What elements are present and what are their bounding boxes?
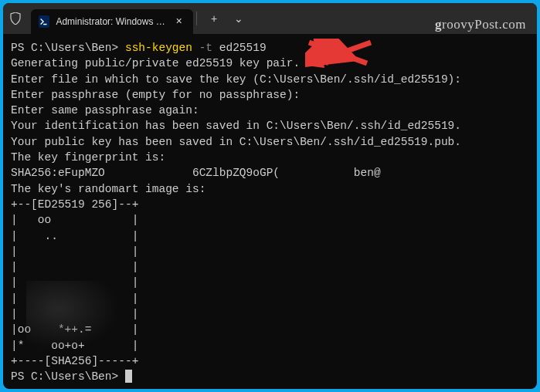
output-line: SHA256:eFupMZO 6CZlbpZQ9oGP( ben@ xyxy=(11,165,529,181)
output-line: Enter file in which to save the key (C:\… xyxy=(11,72,529,87)
randomart-line: |* oo+o+ | xyxy=(11,338,529,353)
output-line: Your public key has been saved in C:\Use… xyxy=(11,134,529,150)
watermark: groovyPost.com xyxy=(435,17,526,32)
output-line: The key fingerprint is: xyxy=(11,150,529,165)
randomart-line: | | xyxy=(11,291,529,306)
tab-dropdown-button[interactable]: ⌄ xyxy=(226,8,251,29)
randomart-line: +--[ED25519 256]--+ xyxy=(11,197,529,212)
tab-active[interactable]: Administrator: Windows Powe × xyxy=(31,9,193,34)
tab-controls: + ⌄ xyxy=(203,8,251,29)
new-tab-button[interactable]: + xyxy=(203,8,225,29)
command-arg: ed25519 xyxy=(212,42,267,54)
output-line: Enter same passphrase again: xyxy=(11,103,529,118)
output-line: Your identification has been saved in C:… xyxy=(11,118,529,133)
tab-title: Administrator: Windows Powe xyxy=(56,16,166,27)
terminal-window: Administrator: Windows Powe × + ⌄ PS C:\… xyxy=(3,3,537,389)
randomart-line: | oo | xyxy=(11,212,529,228)
randomart-line: | | xyxy=(11,306,529,322)
output-line: Generating public/private ed25519 key pa… xyxy=(11,56,529,71)
terminal-content[interactable]: PS C:\Users\Ben> ssh-keygen -t ed25519 G… xyxy=(3,34,537,389)
prompt-line-1: PS C:\Users\Ben> ssh-keygen -t ed25519 xyxy=(11,40,529,56)
output-line: Enter passphrase (empty for no passphras… xyxy=(11,87,529,103)
powershell-icon xyxy=(39,15,49,28)
shield-icon xyxy=(9,12,22,25)
command-flag: -t xyxy=(192,42,212,54)
randomart-line: | | xyxy=(11,275,529,290)
tab-divider xyxy=(196,12,197,25)
cursor xyxy=(125,370,132,383)
command-name: ssh-keygen xyxy=(125,42,192,54)
close-icon[interactable]: × xyxy=(173,14,185,29)
randomart-line: |oo *++.= | xyxy=(11,322,529,337)
prompt-line-2: PS C:\Users\Ben> xyxy=(11,369,529,384)
randomart-line: | | xyxy=(11,259,529,275)
randomart-line: | | xyxy=(11,244,529,259)
randomart-line: | .. | xyxy=(11,228,529,244)
randomart-line: +----[SHA256]-----+ xyxy=(11,353,529,369)
output-line: The key's randomart image is: xyxy=(11,181,529,197)
